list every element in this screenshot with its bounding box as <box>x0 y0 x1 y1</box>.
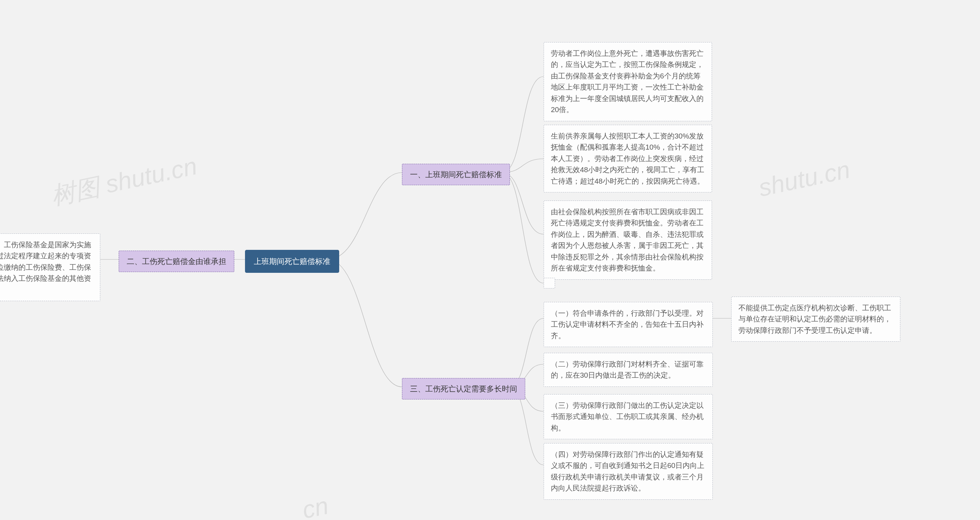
root-title: 上班期间死亡赔偿标准 <box>254 257 330 266</box>
leaf-b1-3-text: 由社会保险机构按照所在省市职工因病或非因工死亡待遇规定支付丧葬费和抚恤金。劳动者… <box>551 208 704 272</box>
leaf-b1-3[interactable]: 由社会保险机构按照所在省市职工因病或非因工死亡待遇规定支付丧葬费和抚恤金。劳动者… <box>544 201 712 280</box>
leaf-b3-2-text: （二）劳动保障行政部门对材料齐全、证据可靠的，应在30日内做出是否工伤的决定。 <box>551 360 704 379</box>
leaf-b3-4-text: （四）对劳动保障行政部门作出的认定通知有疑义或不服的，可自收到通知书之日起60日… <box>551 450 704 492</box>
leaf-b3-1-text: （一）符合申请条件的，行政部门予以受理。对工伤认定申请材料不齐全的，告知在十五日… <box>551 309 704 340</box>
leaf-b3-3[interactable]: （三）劳动保障行政部门做出的工伤认定决定以书面形式通知单位、工伤职工或其亲属、经… <box>544 394 713 439</box>
leaf-b2-1-text: 工伤保险基金支付。工伤保险基金是国家为实施工伤保险制度，通过法定程序建立起来的专… <box>0 241 91 294</box>
leaf-b3-1a[interactable]: 不能提供工伤定点医疗机构初次诊断、工伤职工与单位存在证明和认定工伤必需的证明材料… <box>731 297 900 342</box>
leaf-b1-1-text: 劳动者工作岗位上意外死亡，遭遇事故伤害死亡的，应当认定为工亡，按照工伤保险条例规… <box>551 49 704 114</box>
branch-1[interactable]: 一、上班期间死亡赔偿标准 <box>402 164 510 185</box>
leaf-b1-2[interactable]: 生前供养亲属每人按照职工本人工资的30%发放抚恤金（配偶和孤寡老人提高10%，合… <box>544 125 712 192</box>
branch-3-title: 三、工伤死亡认定需要多长时间 <box>410 385 517 393</box>
leaf-b3-1a-text: 不能提供工伤定点医疗机构初次诊断、工伤职工与单位存在证明和认定工伤必需的证明材料… <box>738 304 891 334</box>
leaf-b1-empty[interactable] <box>544 278 555 289</box>
leaf-b3-4[interactable]: （四）对劳动保障行政部门作出的认定通知有疑义或不服的，可自收到通知书之日起60日… <box>544 443 713 500</box>
leaf-b3-2[interactable]: （二）劳动保障行政部门对材料齐全、证据可靠的，应在30日内做出是否工伤的决定。 <box>544 353 713 387</box>
leaf-b2-1[interactable]: 工伤保险基金支付。工伤保险基金是国家为实施工伤保险制度，通过法定程序建立起来的专… <box>0 233 100 301</box>
leaf-b3-1[interactable]: （一）符合申请条件的，行政部门予以受理。对工伤认定申请材料不齐全的，告知在十五日… <box>544 302 713 347</box>
leaf-b1-2-text: 生前供养亲属每人按照职工本人工资的30%发放抚恤金（配偶和孤寡老人提高10%，合… <box>551 132 704 185</box>
watermark-right: shutu.cn <box>756 155 853 202</box>
branch-1-title: 一、上班期间死亡赔偿标准 <box>410 170 502 179</box>
watermark-bottom: cn <box>300 491 331 520</box>
root-node[interactable]: 上班期间死亡赔偿标准 <box>245 250 339 273</box>
branch-3[interactable]: 三、工伤死亡认定需要多长时间 <box>402 378 525 399</box>
leaf-b3-3-text: （三）劳动保障行政部门做出的工伤认定决定以书面形式通知单位、工伤职工或其亲属、经… <box>551 401 704 432</box>
branch-2[interactable]: 二、工伤死亡赔偿金由谁承担 <box>119 251 234 272</box>
leaf-b1-1[interactable]: 劳动者工作岗位上意外死亡，遭遇事故伤害死亡的，应当认定为工亡，按照工伤保险条例规… <box>544 42 712 121</box>
branch-2-title: 二、工伤死亡赔偿金由谁承担 <box>127 257 226 266</box>
watermark-left: 树图 shutu.cn <box>48 150 200 213</box>
